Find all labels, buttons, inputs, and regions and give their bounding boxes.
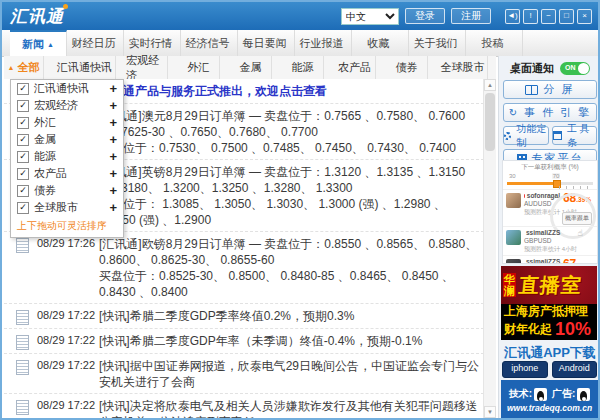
user-badge-icon (524, 194, 525, 198)
nav-tab[interactable]: 投稿 (466, 30, 523, 56)
filter-item[interactable]: ✓ 农产品 + (11, 165, 123, 182)
minimize-button[interactable]: − (541, 9, 556, 24)
customize-button[interactable]: 功能定制 (503, 126, 549, 145)
notify-toggle[interactable]: ON (560, 62, 590, 75)
category-tab[interactable]: ▲ 金属 (220, 56, 272, 79)
follow-button[interactable]: 概率跟单 (562, 212, 592, 225)
add-icon[interactable]: + (109, 98, 117, 113)
nav-tab[interactable]: 财经日历 (67, 30, 124, 56)
category-tab[interactable]: ▲ 农产品 (324, 56, 376, 79)
add-icon[interactable]: + (109, 132, 117, 147)
document-icon (16, 310, 29, 325)
expert-entry[interactable]: ssimaliZZS GBPUSD 67.28% 概率跟单 (503, 255, 597, 264)
language-select[interactable]: 中文 (341, 8, 399, 25)
filter-item[interactable]: ✓ 外汇 + (11, 114, 123, 131)
toolbar-icon (553, 131, 562, 140)
nav-tab[interactable]: 收藏 (352, 30, 409, 56)
nav-tab-label: 每日要闻 (243, 36, 287, 51)
expert-entry[interactable]: sofonragal AUDUSD 预测胜率统计 1小时 68.39% 概率跟单… (503, 189, 597, 226)
scroll-up-icon[interactable]: ▲ (484, 79, 496, 91)
restore-button[interactable]: □ (559, 9, 574, 24)
category-tab[interactable]: ▲ 全球股市 (428, 56, 488, 79)
add-icon[interactable]: + (109, 183, 117, 198)
expert-symbol: GBPUSD (524, 237, 560, 244)
category-tab[interactable]: ▲ 汇讯通快讯 (44, 56, 116, 79)
login-button[interactable]: 登录 (405, 8, 445, 24)
checkbox-checked-icon[interactable]: ✓ (17, 168, 29, 180)
category-tab[interactable]: ▲ 全部 (4, 56, 44, 79)
avatar (506, 259, 521, 264)
filter-item-label: 能源 (34, 149, 109, 164)
app-download-iphone-button[interactable]: iphone (502, 361, 548, 378)
gear-icon (504, 132, 511, 140)
checkbox-checked-icon[interactable]: ✓ (17, 134, 29, 146)
checkbox-checked-icon[interactable]: ✓ (17, 185, 29, 197)
scrollbar-thumb[interactable] (485, 93, 495, 151)
add-icon[interactable]: + (109, 200, 117, 215)
checkbox-checked-icon[interactable]: ✓ (17, 83, 29, 95)
live-room-ad[interactable]: 华澜 直播室 (501, 266, 597, 304)
news-scrollbar[interactable]: ▲ ▼ (483, 79, 496, 418)
app-download-android-button[interactable]: Android (552, 361, 598, 378)
qq-icon[interactable] (577, 388, 590, 401)
add-icon[interactable]: + (109, 115, 117, 130)
checkbox-checked-icon[interactable]: ✓ (17, 117, 29, 129)
filter-item-label: 宏观经济 (34, 98, 109, 113)
register-button[interactable]: 注册 (451, 8, 491, 24)
news-row[interactable]: 08/29 17:26 [汇讯通]欧镑8月29日订单簿 — 卖盘位于：0.855… (4, 232, 484, 304)
document-icon (16, 400, 29, 415)
filter-item[interactable]: ✓ 宏观经济 + (11, 97, 123, 114)
news-row[interactable]: 08/29 17:22 [快讯]希腊二季度GDP年率（未季调）终值-0.4%，预… (4, 329, 484, 354)
filter-item[interactable]: ✓ 债券 + (11, 182, 123, 199)
expert-entry[interactable]: ssimaliZZS GBPUSD 预测胜率统计 4小时 (503, 226, 597, 255)
filter-item[interactable]: ✓ 金属 + (11, 131, 123, 148)
volume-icon[interactable]: ◄) (505, 9, 520, 24)
filter-item-label: 全球股市 (34, 200, 109, 215)
nav-tab[interactable]: 经济信号 (181, 30, 238, 56)
split-screen-button[interactable]: 分 屏 (503, 80, 597, 99)
event-engine-button[interactable]: ↻ 事 件 引 擎 (503, 103, 597, 122)
nav-tab[interactable]: 每日要闻 (238, 30, 295, 56)
filter-item[interactable]: ✓ 能源 + (11, 148, 123, 165)
alert-icon[interactable]: ! (523, 9, 538, 24)
add-icon[interactable]: + (109, 149, 117, 164)
news-text: 汇讯通产品与服务正式推出，欢迎点击查看 (99, 83, 480, 99)
document-icon (16, 238, 29, 253)
category-tab[interactable]: ▲ 宏观经济 (116, 56, 168, 79)
loan-ad-rate: 10% (555, 319, 591, 340)
nav-tab[interactable]: 行业报道 (295, 30, 352, 56)
category-tab[interactable]: ▲ 能源 (272, 56, 324, 79)
news-text: [快讯]希腊二季度GDP年率（未季调）终值-0.4%，预期-0.1% (99, 333, 480, 349)
filter-items: ✓ 汇讯通快讯 + ✓ 宏观经济 + ✓ 外汇 + ✓ 金属 + ✓ 能源 + … (11, 80, 123, 216)
checkbox-checked-icon[interactable]: ✓ (17, 100, 29, 112)
category-tab[interactable]: ▲ 债券 (376, 56, 428, 79)
news-row[interactable]: 08/29 17:22 [快讯]希腊二季度GDP季率终值0.2%，预期0.3% (4, 304, 484, 329)
news-row[interactable]: 08/29 17:22 [快讯]据中国证券网报道，欣泰电气29日晚间公告，中国证… (4, 354, 484, 394)
category-tab[interactable]: ▲ 外汇 (168, 56, 220, 79)
app-window: 汇讯通 中文 登录 注册 ◄)!−□× 新闻 ▲ 财经日历 实时行情 经济信号 … (0, 0, 600, 420)
contact-label: 技术: (509, 387, 532, 401)
news-row[interactable]: 08/29 17:22 [快讯]决定将欣泰电气及相关人员涉嫌欺诈发行及其他有关犯… (4, 394, 484, 418)
scroll-down-icon[interactable]: ▼ (484, 406, 496, 418)
desktop-notify-label: 桌面通知 (510, 61, 554, 76)
main-nav: 新闻 ▲ 财经日历 实时行情 经济信号 每日要闻 行业报道 收藏 关于我们 投稿 (2, 30, 598, 57)
expert-name: ssimaliZZS (524, 258, 560, 264)
filter-item-label: 农产品 (34, 166, 109, 181)
add-icon[interactable]: + (109, 81, 117, 96)
checkbox-checked-icon[interactable]: ✓ (17, 151, 29, 163)
checkbox-checked-icon[interactable]: ✓ (17, 202, 29, 214)
event-engine-label: 事 件 引 擎 (524, 105, 591, 120)
filter-item[interactable]: ✓ 全球股市 + (11, 199, 123, 216)
nav-tab[interactable]: 关于我们 (409, 30, 466, 56)
add-icon[interactable]: + (109, 166, 117, 181)
loan-ad[interactable]: 上海房产抵押理 财年化起 10% (501, 304, 597, 340)
filter-item[interactable]: ✓ 汇讯通快讯 + (11, 80, 123, 97)
probability-slider[interactable]: 30 70 (507, 173, 593, 189)
category-filter-panel: ✓ 汇讯通快讯 + ✓ 宏观经济 + ✓ 外汇 + ✓ 金属 + ✓ 能源 + … (10, 79, 124, 238)
expert-name: ssimaliZZS (524, 229, 560, 236)
close-button[interactable]: × (577, 9, 592, 24)
qq-icon[interactable] (534, 388, 547, 401)
app-logo: 汇讯通 (10, 5, 64, 28)
toolbar-button[interactable]: 工 具 条 (552, 126, 598, 145)
nav-tab[interactable]: 新闻 ▲ (10, 30, 67, 56)
